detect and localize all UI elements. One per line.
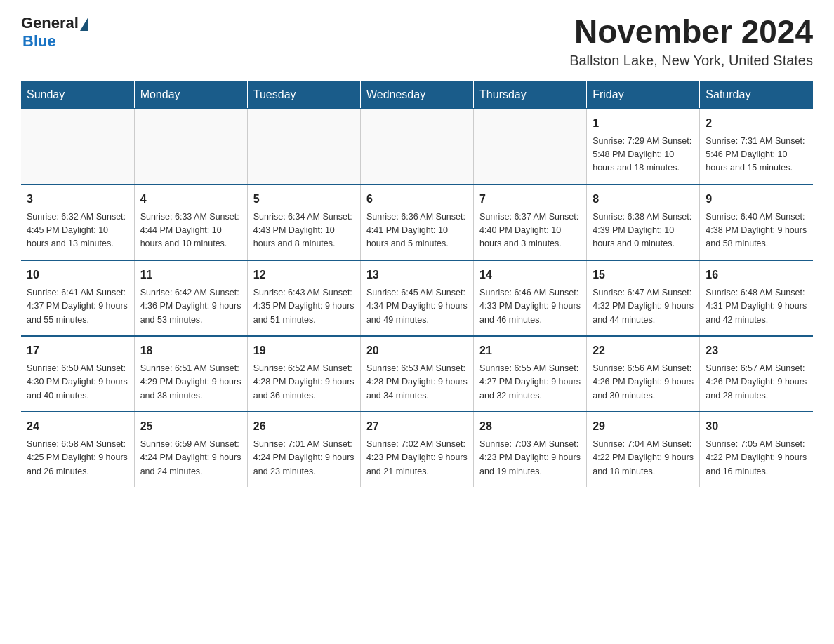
week-row-5: 24Sunrise: 6:58 AM Sunset: 4:25 PM Dayli… [21,412,813,487]
day-info: Sunrise: 7:29 AM Sunset: 5:48 PM Dayligh… [593,135,694,175]
day-info: Sunrise: 7:04 AM Sunset: 4:22 PM Dayligh… [593,438,694,478]
logo: General Blue [21,14,88,51]
calendar-cell: 23Sunrise: 6:57 AM Sunset: 4:26 PM Dayli… [700,336,813,412]
calendar-cell: 1Sunrise: 7:29 AM Sunset: 5:48 PM Daylig… [587,109,700,185]
day-number: 14 [479,267,581,283]
day-number: 7 [479,191,581,208]
day-info: Sunrise: 6:34 AM Sunset: 4:43 PM Dayligh… [253,210,355,251]
day-info: Sunrise: 6:40 AM Sunset: 4:38 PM Dayligh… [706,210,807,251]
calendar-cell: 28Sunrise: 7:03 AM Sunset: 4:23 PM Dayli… [474,412,587,487]
calendar-cell: 26Sunrise: 7:01 AM Sunset: 4:24 PM Dayli… [247,412,360,487]
calendar-cell: 8Sunrise: 6:38 AM Sunset: 4:39 PM Daylig… [587,185,700,260]
header-day-saturday: Saturday [700,81,813,109]
day-info: Sunrise: 6:57 AM Sunset: 4:26 PM Dayligh… [706,362,807,403]
day-info: Sunrise: 6:52 AM Sunset: 4:28 PM Dayligh… [253,362,355,403]
logo-blue-text: Blue [22,32,56,51]
day-number: 28 [479,418,581,435]
calendar-cell [247,109,360,185]
week-row-4: 17Sunrise: 6:50 AM Sunset: 4:30 PM Dayli… [21,336,813,412]
header-day-monday: Monday [134,81,247,109]
day-info: Sunrise: 6:38 AM Sunset: 4:39 PM Dayligh… [593,210,694,251]
logo-triangle-icon [80,17,88,31]
calendar-cell: 4Sunrise: 6:33 AM Sunset: 4:44 PM Daylig… [134,185,247,260]
month-title: November 2024 [569,14,813,50]
day-info: Sunrise: 6:42 AM Sunset: 4:36 PM Dayligh… [140,286,241,327]
day-number: 22 [593,342,694,359]
header-day-wednesday: Wednesday [360,81,473,109]
calendar-cell [134,109,247,185]
day-info: Sunrise: 7:02 AM Sunset: 4:23 PM Dayligh… [366,438,468,478]
header-day-thursday: Thursday [474,81,587,109]
day-number: 2 [706,115,807,132]
day-number: 21 [479,342,581,359]
day-number: 1 [593,115,694,132]
day-number: 30 [706,418,807,435]
calendar-cell: 6Sunrise: 6:36 AM Sunset: 4:41 PM Daylig… [360,185,473,260]
day-number: 10 [27,267,128,283]
day-info: Sunrise: 6:59 AM Sunset: 4:24 PM Dayligh… [140,438,241,478]
calendar-cell [474,109,587,185]
logo-general-text: General [21,14,79,32]
day-info: Sunrise: 6:56 AM Sunset: 4:26 PM Dayligh… [593,362,694,403]
calendar-cell: 19Sunrise: 6:52 AM Sunset: 4:28 PM Dayli… [247,336,360,412]
day-info: Sunrise: 6:33 AM Sunset: 4:44 PM Dayligh… [140,210,241,251]
day-number: 25 [140,418,241,435]
day-info: Sunrise: 6:47 AM Sunset: 4:32 PM Dayligh… [593,286,694,327]
week-row-1: 1Sunrise: 7:29 AM Sunset: 5:48 PM Daylig… [21,109,813,185]
day-number: 8 [593,191,694,208]
calendar-cell: 29Sunrise: 7:04 AM Sunset: 4:22 PM Dayli… [587,412,700,487]
header: General Blue November 2024 Ballston Lake… [21,14,813,69]
day-number: 3 [27,191,128,208]
calendar-cell: 24Sunrise: 6:58 AM Sunset: 4:25 PM Dayli… [21,412,134,487]
calendar-cell: 15Sunrise: 6:47 AM Sunset: 4:32 PM Dayli… [587,260,700,336]
day-number: 4 [140,191,241,208]
calendar-cell [21,109,134,185]
day-info: Sunrise: 6:37 AM Sunset: 4:40 PM Dayligh… [479,210,581,251]
calendar-cell: 2Sunrise: 7:31 AM Sunset: 5:46 PM Daylig… [700,109,813,185]
calendar-cell: 20Sunrise: 6:53 AM Sunset: 4:28 PM Dayli… [360,336,473,412]
header-day-tuesday: Tuesday [247,81,360,109]
day-number: 6 [366,191,468,208]
calendar-table: SundayMondayTuesdayWednesdayThursdayFrid… [21,81,813,488]
calendar-cell: 13Sunrise: 6:45 AM Sunset: 4:34 PM Dayli… [360,260,473,336]
day-info: Sunrise: 6:53 AM Sunset: 4:28 PM Dayligh… [366,362,468,403]
day-number: 18 [140,342,241,359]
day-number: 13 [366,267,468,283]
location-title: Ballston Lake, New York, United States [569,53,813,69]
day-info: Sunrise: 6:45 AM Sunset: 4:34 PM Dayligh… [366,286,468,327]
day-number: 9 [706,191,807,208]
calendar-cell: 18Sunrise: 6:51 AM Sunset: 4:29 PM Dayli… [134,336,247,412]
calendar-cell [360,109,473,185]
day-info: Sunrise: 7:01 AM Sunset: 4:24 PM Dayligh… [253,438,355,478]
calendar-cell: 9Sunrise: 6:40 AM Sunset: 4:38 PM Daylig… [700,185,813,260]
day-number: 24 [27,418,128,435]
calendar-cell: 10Sunrise: 6:41 AM Sunset: 4:37 PM Dayli… [21,260,134,336]
day-number: 19 [253,342,355,359]
day-number: 16 [706,267,807,283]
day-info: Sunrise: 6:46 AM Sunset: 4:33 PM Dayligh… [479,286,581,327]
header-day-sunday: Sunday [21,81,134,109]
week-row-2: 3Sunrise: 6:32 AM Sunset: 4:45 PM Daylig… [21,185,813,260]
calendar-body: 1Sunrise: 7:29 AM Sunset: 5:48 PM Daylig… [21,109,813,488]
day-number: 20 [366,342,468,359]
day-number: 15 [593,267,694,283]
title-area: November 2024 Ballston Lake, New York, U… [569,14,813,69]
calendar-cell: 3Sunrise: 6:32 AM Sunset: 4:45 PM Daylig… [21,185,134,260]
day-number: 29 [593,418,694,435]
day-info: Sunrise: 6:51 AM Sunset: 4:29 PM Dayligh… [140,362,241,403]
day-number: 27 [366,418,468,435]
day-info: Sunrise: 7:31 AM Sunset: 5:46 PM Dayligh… [706,135,807,175]
day-info: Sunrise: 6:32 AM Sunset: 4:45 PM Dayligh… [27,210,128,251]
calendar-cell: 25Sunrise: 6:59 AM Sunset: 4:24 PM Dayli… [134,412,247,487]
day-number: 12 [253,267,355,283]
calendar-cell: 16Sunrise: 6:48 AM Sunset: 4:31 PM Dayli… [700,260,813,336]
calendar-cell: 12Sunrise: 6:43 AM Sunset: 4:35 PM Dayli… [247,260,360,336]
week-row-3: 10Sunrise: 6:41 AM Sunset: 4:37 PM Dayli… [21,260,813,336]
calendar-cell: 21Sunrise: 6:55 AM Sunset: 4:27 PM Dayli… [474,336,587,412]
day-info: Sunrise: 7:05 AM Sunset: 4:22 PM Dayligh… [706,438,807,478]
day-number: 26 [253,418,355,435]
day-info: Sunrise: 6:36 AM Sunset: 4:41 PM Dayligh… [366,210,468,251]
day-info: Sunrise: 6:48 AM Sunset: 4:31 PM Dayligh… [706,286,807,327]
day-info: Sunrise: 6:55 AM Sunset: 4:27 PM Dayligh… [479,362,581,403]
calendar-cell: 7Sunrise: 6:37 AM Sunset: 4:40 PM Daylig… [474,185,587,260]
